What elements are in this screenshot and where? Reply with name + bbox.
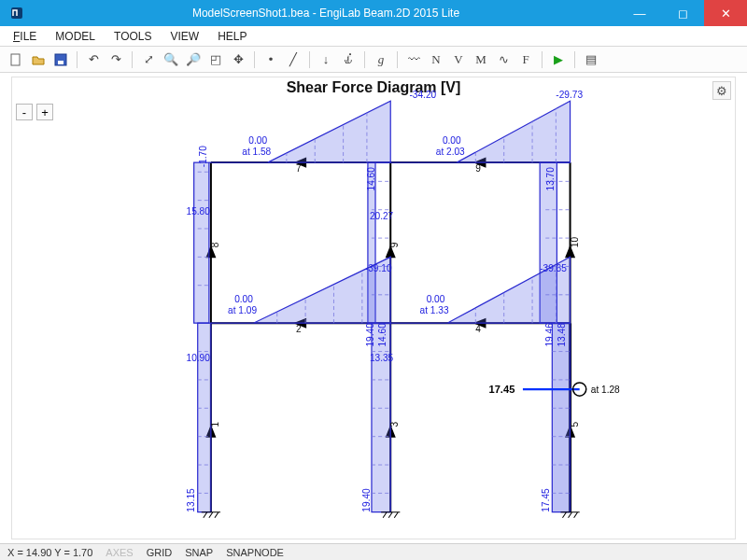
undo-button[interactable]: ↶ [83, 49, 104, 70]
free-body-button[interactable]: F [515, 49, 536, 70]
shear-button[interactable]: V [448, 49, 469, 70]
results-button[interactable]: ▤ [581, 49, 601, 70]
svg-text:0.00: 0.00 [443, 135, 461, 146]
status-snapnode[interactable]: SNAPNODE [226, 547, 284, 558]
menu-help[interactable]: HELP [208, 28, 256, 45]
status-axes[interactable]: AXES [106, 547, 133, 558]
svg-text:3: 3 [389, 422, 400, 427]
svg-text:at 1.33: at 1.33 [420, 305, 449, 315]
svg-text:15.80: 15.80 [187, 206, 211, 217]
svg-text:13.70: 13.70 [545, 167, 556, 191]
svg-text:-39.65: -39.65 [540, 263, 567, 273]
svg-text:13.48: 13.48 [557, 323, 567, 347]
menu-model[interactable]: MODEL [46, 28, 105, 45]
svg-text:at 1.28: at 1.28 [591, 385, 620, 395]
nodal-load-button[interactable]: ↓ [316, 49, 336, 70]
close-button[interactable]: ✕ [704, 0, 747, 26]
svg-text:4: 4 [475, 324, 481, 334]
svg-text:0.00: 0.00 [234, 294, 253, 304]
open-button[interactable] [28, 49, 49, 70]
svg-text:at 1.58: at 1.58 [242, 147, 271, 157]
window-title: ModelScreenShot1.bea - EngiLab Beam.2D 2… [34, 7, 618, 20]
svg-text:-1.70: -1.70 [198, 146, 208, 167]
redo-button[interactable]: ↷ [106, 49, 126, 70]
svg-text:17.45: 17.45 [541, 488, 551, 512]
svg-text:14.60: 14.60 [366, 167, 376, 191]
zoom-window-button[interactable]: ◰ [205, 49, 226, 70]
svg-text:at 2.03: at 2.03 [436, 147, 465, 157]
titlebar: ModelScreenShot1.bea - EngiLab Beam.2D 2… [0, 0, 747, 26]
svg-marker-56 [390, 101, 570, 162]
draw-node-button[interactable]: • [261, 49, 281, 70]
svg-text:10: 10 [570, 237, 580, 248]
svg-text:9: 9 [475, 163, 481, 174]
new-button[interactable] [6, 49, 26, 70]
svg-text:0.00: 0.00 [248, 135, 267, 146]
svg-text:9: 9 [389, 242, 400, 247]
svg-text:7: 7 [296, 163, 302, 174]
svg-text:-29.73: -29.73 [556, 90, 583, 100]
analyze-button[interactable]: ▶ [548, 49, 569, 70]
canvas-area[interactable]: Shear Force Diagram [V] ⚙ - + [0, 73, 747, 543]
app-icon [6, 2, 28, 24]
svg-text:13.35: 13.35 [370, 353, 394, 363]
slope-button[interactable]: ∿ [493, 49, 514, 70]
zoom-in-button[interactable]: 🔍 [161, 49, 181, 70]
menubar: FILE MODEL TOOLS VIEW HELP [0, 26, 747, 47]
svg-text:5: 5 [570, 422, 580, 427]
svg-text:20.27: 20.27 [370, 211, 394, 221]
svg-text:10.90: 10.90 [187, 353, 211, 363]
svg-rect-3 [58, 61, 63, 64]
svg-text:-39.10: -39.10 [365, 263, 392, 273]
svg-text:19.40: 19.40 [365, 323, 375, 347]
element-load-button[interactable]: ⫝̸ [338, 49, 359, 70]
axial-button[interactable]: N [426, 49, 446, 70]
svg-text:-34.20: -34.20 [409, 90, 436, 100]
menu-file[interactable]: FILE [4, 28, 46, 45]
svg-text:0.00: 0.00 [427, 294, 445, 304]
deformed-button[interactable]: 〰 [403, 49, 424, 70]
statusbar: X = 14.90 Y = 1.70 AXES GRID SNAP SNAPNO… [0, 543, 747, 560]
menu-tools[interactable]: TOOLS [105, 28, 161, 45]
svg-marker-10 [194, 162, 211, 323]
svg-text:17.45: 17.45 [489, 384, 515, 395]
svg-text:13.15: 13.15 [186, 488, 196, 512]
svg-text:8: 8 [210, 242, 220, 247]
svg-text:2: 2 [296, 324, 302, 334]
status-grid[interactable]: GRID [147, 547, 173, 558]
draw-element-button[interactable]: ╱ [283, 49, 303, 70]
maximize-button[interactable]: ◻ [661, 0, 704, 26]
toolbar: ↶ ↷ ⤢ 🔍 🔎 ◰ ✥ • ╱ ↓ ⫝̸ g 〰 N V M ∿ F ▶ ▤ [0, 47, 747, 73]
svg-rect-1 [11, 54, 20, 65]
save-button[interactable] [50, 49, 71, 70]
svg-text:at 1.09: at 1.09 [228, 305, 257, 315]
svg-text:19.40: 19.40 [361, 488, 372, 512]
svg-text:19.46: 19.46 [544, 323, 555, 347]
svg-text:14.60: 14.60 [377, 323, 388, 347]
zoom-extents-button[interactable]: ⤢ [138, 49, 159, 70]
svg-text:1: 1 [210, 422, 220, 427]
svg-marker-49 [211, 101, 390, 162]
shear-diagram: 0.00 at 1.58 -34.20 0.00 at 2.03 -29.73 … [12, 77, 735, 539]
pan-button[interactable]: ✥ [228, 49, 248, 70]
moment-button[interactable]: M [471, 49, 491, 70]
minimize-button[interactable]: — [618, 0, 661, 26]
status-snap[interactable]: SNAP [185, 547, 213, 558]
status-coords: X = 14.90 Y = 1.70 [7, 547, 92, 558]
body-load-button[interactable]: g [371, 49, 391, 70]
zoom-out-button[interactable]: 🔎 [183, 49, 204, 70]
menu-view[interactable]: VIEW [162, 28, 209, 45]
